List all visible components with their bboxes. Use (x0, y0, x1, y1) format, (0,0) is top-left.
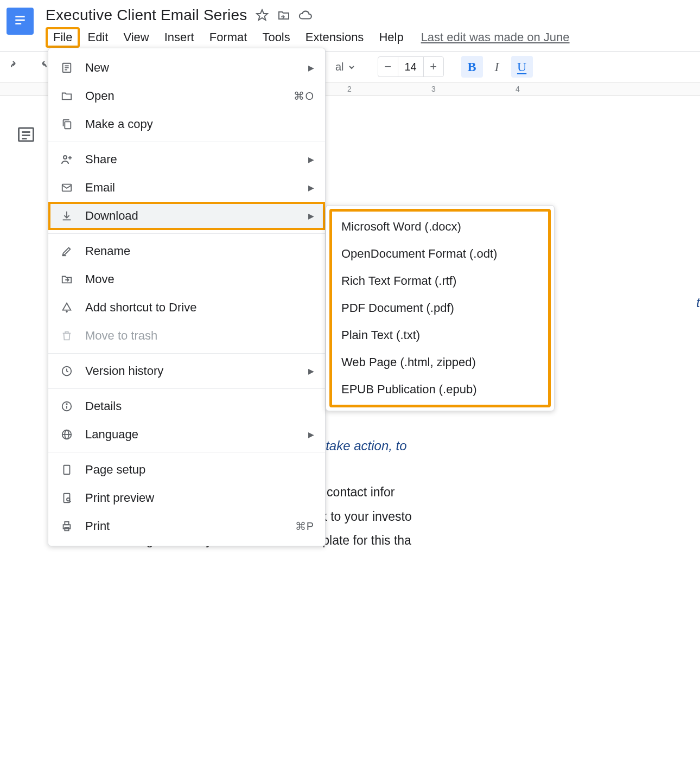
menu-open[interactable]: Open ⌘O (48, 82, 325, 110)
menu-format[interactable]: Format (202, 27, 255, 48)
move-icon (59, 272, 74, 287)
font-style-dropdown[interactable]: al (330, 61, 360, 73)
menu-separator (48, 388, 325, 389)
font-size-value[interactable]: 14 (398, 57, 424, 76)
print-shortcut: ⌘P (295, 520, 314, 533)
menu-move[interactable]: Move (48, 265, 325, 293)
download-icon (59, 208, 74, 224)
open-shortcut: ⌘O (294, 90, 314, 103)
share-icon (59, 152, 74, 167)
page-setup-icon (59, 462, 74, 477)
submenu-arrow-icon: ▶ (308, 183, 314, 192)
star-icon[interactable] (255, 8, 269, 22)
menu-separator (48, 452, 325, 452)
menu-share[interactable]: Share ▶ (48, 145, 325, 174)
svg-rect-27 (64, 465, 70, 475)
ruler-tick-3: 3 (431, 85, 436, 93)
menu-add-shortcut[interactable]: Add shortcut to Drive (48, 293, 325, 322)
info-icon (59, 399, 74, 414)
submenu-arrow-icon: ▶ (308, 63, 314, 72)
font-size-control: − 14 + (378, 56, 444, 77)
menu-file[interactable]: File (46, 27, 80, 48)
email-icon (59, 180, 74, 195)
rename-icon (59, 244, 74, 259)
cloud-status-icon[interactable] (298, 8, 313, 22)
bold-button[interactable]: B (461, 56, 483, 78)
font-size-decrease[interactable]: − (378, 57, 398, 76)
download-docx[interactable]: Microsoft Word (.docx) (326, 213, 554, 240)
menu-new[interactable]: New ▶ (48, 54, 325, 82)
download-epub[interactable]: EPUB Publication (.epub) (326, 376, 554, 403)
print-icon (59, 519, 74, 534)
menu-download-label: Download (85, 209, 297, 223)
document-title[interactable]: Executive Client Email Series (46, 7, 247, 24)
menu-version-history-label: Version history (85, 364, 297, 378)
docs-logo[interactable] (7, 8, 34, 35)
svg-point-14 (63, 156, 67, 159)
submenu-arrow-icon: ▶ (308, 430, 314, 439)
menu-separator (48, 353, 325, 354)
title-row: Executive Client Email Series (46, 4, 700, 24)
submenu-arrow-icon: ▶ (308, 155, 314, 164)
download-rtf[interactable]: Rich Text Format (.rtf) (326, 267, 554, 295)
download-submenu: Microsoft Word (.docx) OpenDocument Form… (326, 205, 555, 411)
undo-button[interactable] (5, 56, 27, 78)
menu-open-label: Open (85, 89, 283, 103)
language-icon (59, 427, 74, 442)
download-odt[interactable]: OpenDocument Format (.odt) (326, 240, 554, 267)
outline-toggle[interactable] (16, 125, 38, 146)
menu-make-copy[interactable]: Make a copy (48, 110, 325, 138)
print-preview-icon (59, 490, 74, 506)
menu-rename[interactable]: Rename (48, 237, 325, 265)
menu-print-preview-label: Print preview (85, 491, 314, 505)
menu-insert[interactable]: Insert (157, 27, 202, 48)
submenu-arrow-icon: ▶ (308, 367, 314, 375)
menu-page-setup-label: Page setup (85, 463, 314, 477)
menu-tools[interactable]: Tools (254, 27, 297, 48)
menu-separator (48, 142, 325, 142)
move-to-folder-icon[interactable] (277, 8, 291, 22)
underline-button[interactable]: U (511, 56, 533, 78)
menu-email[interactable]: Email ▶ (48, 174, 325, 202)
menu-download[interactable]: Download ▶ (48, 202, 325, 230)
download-html[interactable]: Web Page (.html, zipped) (326, 349, 554, 376)
menu-extensions[interactable]: Extensions (298, 27, 372, 48)
svg-rect-3 (15, 23, 21, 24)
download-pdf[interactable]: PDF Document (.pdf) (326, 295, 554, 322)
title-area: Executive Client Email Series File Edit … (46, 4, 700, 48)
italic-button[interactable]: I (486, 56, 508, 78)
new-doc-icon (59, 60, 74, 75)
font-style-value: al (335, 61, 344, 73)
svg-rect-32 (65, 522, 68, 525)
submenu-arrow-icon: ▶ (308, 212, 314, 220)
svg-rect-13 (65, 122, 71, 129)
menu-view[interactable]: View (116, 27, 156, 48)
copy-icon (59, 117, 74, 132)
menu-language-label: Language (85, 427, 297, 442)
ruler-tick-4: 4 (516, 85, 520, 93)
menu-page-setup[interactable]: Page setup (48, 456, 325, 484)
menu-make-copy-label: Make a copy (85, 117, 314, 131)
history-icon (59, 363, 74, 379)
menu-language[interactable]: Language ▶ (48, 420, 325, 449)
font-size-increase[interactable]: + (424, 57, 443, 76)
chevron-down-icon (348, 61, 355, 73)
menu-help[interactable]: Help (371, 27, 411, 48)
menu-print-label: Print (85, 519, 284, 533)
menu-details-label: Details (85, 399, 314, 413)
menu-move-trash-label: Move to trash (85, 329, 314, 343)
menu-details[interactable]: Details (48, 392, 325, 420)
menu-move-trash: Move to trash (48, 322, 325, 350)
menu-add-shortcut-label: Add shortcut to Drive (85, 301, 314, 315)
last-edit-link[interactable]: Last edit was made on June (421, 30, 570, 44)
menubar: File Edit View Insert Format Tools Exten… (46, 27, 700, 48)
menu-print[interactable]: Print ⌘P (48, 512, 325, 540)
download-txt[interactable]: Plain Text (.txt) (326, 322, 554, 349)
menu-print-preview[interactable]: Print preview (48, 484, 325, 512)
ruler-tick-2: 2 (347, 85, 352, 93)
menu-email-label: Email (85, 181, 297, 195)
menu-share-label: Share (85, 152, 297, 167)
menu-version-history[interactable]: Version history ▶ (48, 357, 325, 385)
menu-edit[interactable]: Edit (80, 27, 116, 48)
docs-logo-icon (13, 11, 27, 31)
